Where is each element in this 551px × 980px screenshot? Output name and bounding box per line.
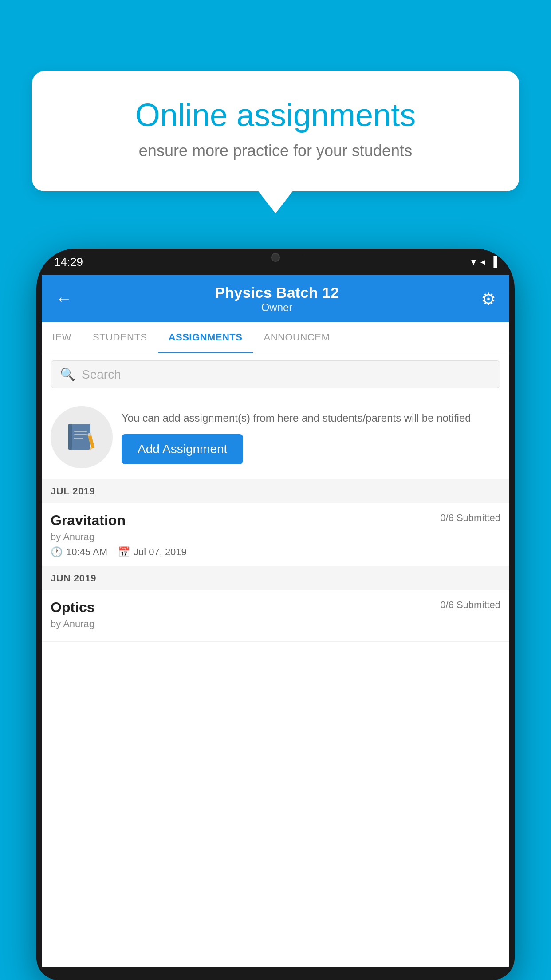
- assignment-by: by Anurag: [51, 531, 500, 543]
- phone-status-icons: ▾ ◂ ▐: [471, 256, 497, 268]
- speech-bubble-title: Online assignments: [63, 98, 488, 133]
- assignment-meta: 🕐 10:45 AM 📅 Jul 07, 2019: [51, 546, 500, 558]
- section-jun-2019: JUN 2019: [42, 566, 509, 590]
- assignment-promo: You can add assignment(s) from here and …: [42, 395, 509, 479]
- phone-camera: [271, 253, 280, 262]
- promo-icon-circle: [51, 406, 113, 468]
- assignment-gravitation[interactable]: Gravitation 0/6 Submitted by Anurag 🕐 10…: [42, 503, 509, 566]
- settings-icon[interactable]: ⚙: [481, 289, 496, 309]
- header-title-block: Physics Batch 12 Owner: [215, 284, 339, 314]
- assignment-date: Jul 07, 2019: [134, 546, 187, 558]
- assignment-top-row: Gravitation 0/6 Submitted: [51, 512, 500, 529]
- speech-bubble: Online assignments ensure more practice …: [32, 71, 519, 191]
- section-jul-2019: JUL 2019: [42, 479, 509, 503]
- phone-notch: [249, 249, 302, 266]
- app-header: ← Physics Batch 12 Owner ⚙: [42, 275, 509, 322]
- search-bar-container: 🔍 Search: [42, 353, 509, 395]
- search-placeholder: Search: [82, 368, 121, 382]
- assignment-time: 10:45 AM: [66, 546, 107, 558]
- optics-name: Optics: [51, 599, 95, 616]
- phone-time: 14:29: [54, 255, 83, 269]
- assignment-submitted: 0/6 Submitted: [440, 512, 500, 524]
- signal-icon: ◂: [480, 256, 485, 268]
- battery-icon: ▐: [490, 256, 497, 268]
- tab-announcements[interactable]: ANNOUNCEM: [253, 322, 340, 353]
- tabs-bar: IEW STUDENTS ASSIGNMENTS ANNOUNCEM: [42, 322, 509, 353]
- batch-title: Physics Batch 12: [215, 284, 339, 301]
- owner-label: Owner: [215, 301, 339, 314]
- svg-rect-4: [74, 438, 83, 439]
- back-button[interactable]: ←: [55, 289, 73, 309]
- assignment-name: Gravitation: [51, 512, 126, 529]
- phone-frame: 14:29 ▾ ◂ ▐ ← Physics Batch 12 Owner ⚙ I…: [36, 249, 515, 980]
- search-bar[interactable]: 🔍 Search: [51, 360, 500, 388]
- tab-assignments[interactable]: ASSIGNMENTS: [158, 322, 253, 353]
- promo-description: You can add assignment(s) from here and …: [122, 410, 500, 426]
- tab-students[interactable]: STUDENTS: [82, 322, 158, 353]
- svg-rect-1: [68, 424, 72, 450]
- clock-icon: 🕐: [51, 546, 63, 558]
- assignment-optics[interactable]: Optics 0/6 Submitted by Anurag: [42, 590, 509, 642]
- svg-rect-0: [70, 424, 90, 450]
- svg-rect-2: [74, 431, 87, 432]
- calendar-icon: 📅: [118, 546, 130, 558]
- time-meta: 🕐 10:45 AM: [51, 546, 107, 558]
- date-meta: 📅 Jul 07, 2019: [118, 546, 187, 558]
- notebook-icon: [66, 422, 97, 453]
- speech-bubble-subtitle: ensure more practice for your students: [63, 142, 488, 160]
- optics-submitted: 0/6 Submitted: [440, 599, 500, 611]
- promo-right: You can add assignment(s) from here and …: [122, 410, 500, 464]
- content-area: 🔍 Search: [42, 353, 509, 967]
- phone-screen: ← Physics Batch 12 Owner ⚙ IEW STUDENTS …: [42, 275, 509, 967]
- svg-rect-3: [74, 434, 87, 435]
- add-assignment-button[interactable]: Add Assignment: [122, 434, 243, 464]
- tab-iew[interactable]: IEW: [42, 322, 82, 353]
- wifi-icon: ▾: [471, 256, 476, 268]
- search-icon: 🔍: [60, 367, 75, 382]
- phone-status-bar: 14:29 ▾ ◂ ▐: [36, 249, 515, 275]
- optics-top-row: Optics 0/6 Submitted: [51, 599, 500, 616]
- optics-by: by Anurag: [51, 618, 500, 630]
